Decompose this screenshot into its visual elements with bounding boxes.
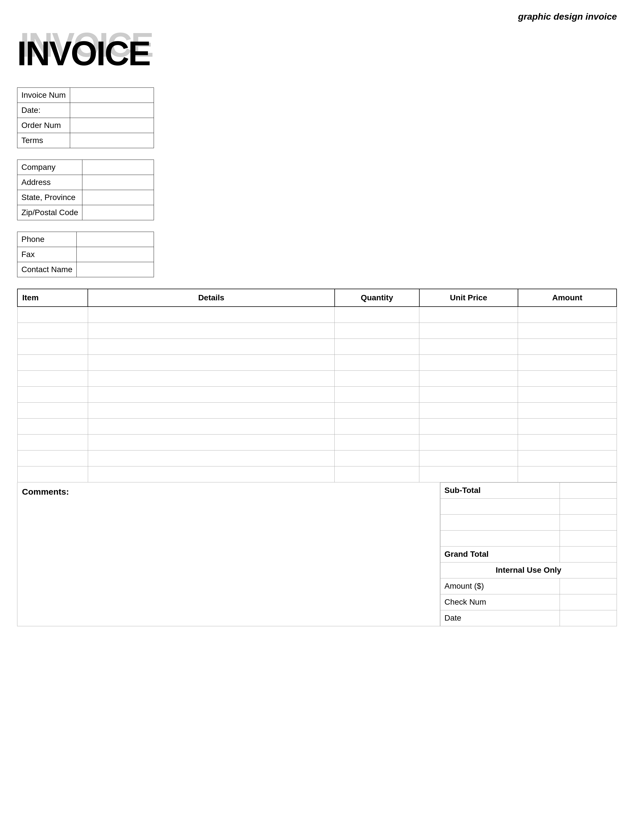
totals-extra-value-1[interactable] — [560, 498, 617, 514]
row-6-cell-0[interactable] — [17, 402, 88, 418]
row-8-cell-4[interactable] — [518, 434, 617, 450]
row-5-cell-3[interactable] — [419, 386, 518, 402]
row-9-cell-2[interactable] — [335, 450, 419, 466]
state-province-row: State, Province — [17, 190, 154, 205]
company-value[interactable] — [82, 160, 154, 175]
row-3-cell-4[interactable] — [518, 354, 617, 370]
row-7-cell-2[interactable] — [335, 418, 419, 434]
row-7-cell-0[interactable] — [17, 418, 88, 434]
row-8-cell-0[interactable] — [17, 434, 88, 450]
row-8-cell-2[interactable] — [335, 434, 419, 450]
row-0-cell-4[interactable] — [518, 306, 617, 322]
items-section: Item Details Quantity Unit Price Amount … — [17, 289, 617, 626]
row-0-cell-1[interactable] — [88, 306, 335, 322]
invoice-num-label: Invoice Num — [17, 88, 70, 103]
date-value[interactable] — [70, 103, 153, 118]
terms-label: Terms — [17, 133, 70, 148]
company-info-section: Company Address State, Province Zip/Post… — [17, 159, 617, 220]
row-1-cell-2[interactable] — [335, 322, 419, 338]
subtotal-value[interactable] — [560, 482, 617, 498]
contact-info-section: Phone Fax Contact Name — [17, 232, 617, 277]
row-4-cell-1[interactable] — [88, 370, 335, 386]
row-0-cell-0[interactable] — [17, 306, 88, 322]
address-value[interactable] — [82, 175, 154, 190]
row-10-cell-2[interactable] — [335, 466, 419, 482]
row-6-cell-2[interactable] — [335, 402, 419, 418]
items-header-row: Item Details Quantity Unit Price Amount — [17, 289, 617, 306]
internal-date-value[interactable] — [560, 610, 617, 626]
totals-extra-value-2[interactable] — [560, 514, 617, 530]
state-province-value[interactable] — [82, 190, 154, 205]
row-10-cell-0[interactable] — [17, 466, 88, 482]
row-8-cell-3[interactable] — [419, 434, 518, 450]
row-2-cell-2[interactable] — [335, 338, 419, 354]
row-10-cell-1[interactable] — [88, 466, 335, 482]
phone-row: Phone — [17, 232, 154, 247]
invoice-main-title: INVOICE — [17, 36, 150, 70]
fax-value[interactable] — [76, 247, 153, 262]
order-num-row: Order Num — [17, 118, 154, 133]
totals-extra-value-3[interactable] — [560, 530, 617, 546]
totals-table: Sub-Total — [440, 482, 617, 626]
row-4-cell-0[interactable] — [17, 370, 88, 386]
fax-row: Fax — [17, 247, 154, 262]
phone-value[interactable] — [76, 232, 153, 247]
row-9-cell-4[interactable] — [518, 450, 617, 466]
row-9-cell-1[interactable] — [88, 450, 335, 466]
row-8-cell-1[interactable] — [88, 434, 335, 450]
row-1-cell-1[interactable] — [88, 322, 335, 338]
internal-use-label: Internal Use Only — [440, 562, 617, 578]
row-1-cell-4[interactable] — [518, 322, 617, 338]
row-5-cell-4[interactable] — [518, 386, 617, 402]
row-4-cell-2[interactable] — [335, 370, 419, 386]
row-1-cell-0[interactable] — [17, 322, 88, 338]
row-2-cell-4[interactable] — [518, 338, 617, 354]
invoice-info-table: Invoice Num Date: Order Num Terms — [17, 87, 154, 148]
row-6-cell-1[interactable] — [88, 402, 335, 418]
terms-value[interactable] — [70, 133, 153, 148]
row-3-cell-2[interactable] — [335, 354, 419, 370]
check-num-label: Check Num — [440, 594, 560, 610]
row-4-cell-4[interactable] — [518, 370, 617, 386]
amount-dollar-value[interactable] — [560, 578, 617, 594]
row-5-cell-2[interactable] — [335, 386, 419, 402]
row-3-cell-3[interactable] — [419, 354, 518, 370]
table-row — [17, 354, 617, 370]
table-row — [17, 402, 617, 418]
row-7-cell-1[interactable] — [88, 418, 335, 434]
row-4-cell-3[interactable] — [419, 370, 518, 386]
row-10-cell-4[interactable] — [518, 466, 617, 482]
contact-name-value[interactable] — [76, 262, 153, 277]
grand-total-value[interactable] — [560, 546, 617, 562]
row-0-cell-2[interactable] — [335, 306, 419, 322]
state-province-label: State, Province — [17, 190, 82, 205]
row-9-cell-0[interactable] — [17, 450, 88, 466]
row-5-cell-1[interactable] — [88, 386, 335, 402]
row-10-cell-3[interactable] — [419, 466, 518, 482]
row-2-cell-1[interactable] — [88, 338, 335, 354]
row-2-cell-3[interactable] — [419, 338, 518, 354]
table-row — [17, 338, 617, 354]
invoice-num-value[interactable] — [70, 88, 153, 103]
row-3-cell-0[interactable] — [17, 354, 88, 370]
check-num-value[interactable] — [560, 594, 617, 610]
check-num-row: Check Num — [440, 594, 617, 610]
row-0-cell-3[interactable] — [419, 306, 518, 322]
row-1-cell-3[interactable] — [419, 322, 518, 338]
row-6-cell-3[interactable] — [419, 402, 518, 418]
row-7-cell-4[interactable] — [518, 418, 617, 434]
fax-label: Fax — [17, 247, 77, 262]
invoice-num-row: Invoice Num — [17, 88, 154, 103]
row-7-cell-3[interactable] — [419, 418, 518, 434]
row-3-cell-1[interactable] — [88, 354, 335, 370]
col-header-quantity: Quantity — [335, 289, 419, 306]
subtotal-row: Sub-Total — [440, 482, 617, 498]
order-num-value[interactable] — [70, 118, 153, 133]
amount-dollar-label: Amount ($) — [440, 578, 560, 594]
row-9-cell-3[interactable] — [419, 450, 518, 466]
zip-postal-value[interactable] — [82, 205, 154, 220]
row-2-cell-0[interactable] — [17, 338, 88, 354]
internal-use-header-row: Internal Use Only — [440, 562, 617, 578]
row-6-cell-4[interactable] — [518, 402, 617, 418]
row-5-cell-0[interactable] — [17, 386, 88, 402]
